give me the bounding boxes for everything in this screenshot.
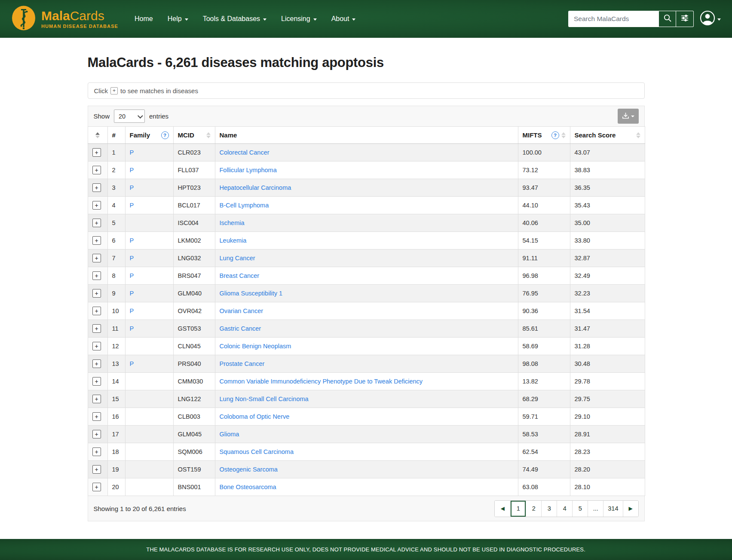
- family-link[interactable]: P: [130, 237, 134, 244]
- advanced-search-button[interactable]: [676, 11, 694, 27]
- sliders-icon: [680, 14, 689, 24]
- expand-row-button[interactable]: +: [92, 395, 101, 403]
- nav-item-tools-databases[interactable]: Tools & Databases: [203, 15, 266, 23]
- search-score-cell: 28.20: [570, 461, 645, 478]
- disease-link[interactable]: Breast Cancer: [220, 272, 260, 279]
- expand-row-button[interactable]: +: [92, 483, 101, 491]
- expand-row-button[interactable]: +: [92, 307, 101, 315]
- expand-cell: +: [88, 408, 107, 426]
- pagination-page-4[interactable]: 4: [557, 501, 572, 517]
- column-header-mifts[interactable]: MIFTS ?: [518, 127, 570, 144]
- expand-row-button[interactable]: +: [92, 324, 101, 333]
- expand-cell: +: [88, 250, 107, 267]
- family-link[interactable]: P: [130, 149, 134, 156]
- nav-item-home[interactable]: Home: [135, 15, 153, 23]
- family-link[interactable]: P: [130, 272, 134, 279]
- pagination-page-1[interactable]: 1: [510, 501, 526, 517]
- pagination-page-314[interactable]: 314: [603, 501, 622, 517]
- expand-row-button[interactable]: +: [92, 447, 101, 456]
- expand-row-button[interactable]: +: [92, 359, 101, 368]
- expand-row-button[interactable]: +: [92, 289, 101, 298]
- search-button[interactable]: [658, 11, 676, 27]
- family-help-icon[interactable]: ?: [161, 131, 169, 139]
- expand-row-button[interactable]: +: [92, 430, 101, 438]
- expand-row-button[interactable]: +: [92, 236, 101, 245]
- name-cell: Bone Osteosarcoma: [215, 478, 518, 496]
- family-link[interactable]: P: [130, 290, 134, 297]
- disease-link[interactable]: Follicular Lymphoma: [220, 167, 277, 173]
- pagination-page-5[interactable]: 5: [572, 501, 588, 517]
- expand-row-button[interactable]: +: [92, 201, 101, 210]
- expand-row-button[interactable]: +: [92, 219, 101, 227]
- account-menu[interactable]: [700, 10, 721, 27]
- column-header-family[interactable]: Family ?: [125, 127, 173, 144]
- family-link[interactable]: P: [130, 167, 134, 173]
- search-score-cell: 29.75: [570, 390, 645, 408]
- disease-link[interactable]: Ischemia: [220, 219, 245, 226]
- page-length-select[interactable]: 20: [114, 110, 145, 123]
- mifts-cell: 13.82: [518, 373, 570, 390]
- expand-row-button[interactable]: +: [92, 166, 101, 174]
- family-link[interactable]: P: [130, 307, 134, 314]
- malacards-logo[interactable]: MalaCards HUMAN DISEASE DATABASE: [11, 5, 118, 33]
- hint-text-before: Click: [94, 87, 108, 94]
- expand-row-button[interactable]: +: [92, 271, 101, 280]
- export-button[interactable]: [618, 109, 639, 124]
- family-link[interactable]: P: [130, 255, 134, 262]
- disease-link[interactable]: B-Cell Lymphoma: [220, 202, 269, 209]
- row-number-cell: 5: [107, 214, 125, 232]
- disease-link[interactable]: Glioma Susceptibility 1: [220, 290, 283, 297]
- family-link[interactable]: P: [130, 202, 134, 209]
- expand-row-button[interactable]: +: [92, 465, 101, 474]
- search-input[interactable]: [568, 11, 658, 27]
- disease-link[interactable]: Lung Cancer: [220, 255, 255, 262]
- disease-link[interactable]: Squamous Cell Carcinoma: [220, 448, 294, 455]
- column-header-search-score[interactable]: Search Score: [570, 127, 645, 144]
- mcid-cell: GLM045: [173, 426, 215, 443]
- disease-link[interactable]: Common Variable Immunodeficiency Phenoty…: [220, 378, 423, 385]
- family-link[interactable]: P: [130, 184, 134, 191]
- family-link[interactable]: P: [130, 325, 134, 332]
- family-link[interactable]: P: [130, 360, 134, 367]
- search-score-cell: 32.87: [570, 250, 645, 267]
- mcid-cell: FLL037: [173, 161, 215, 179]
- diseases-table: # Family ? MCID Name MIFTS ? Search S: [88, 126, 645, 496]
- column-header-mcid[interactable]: MCID: [173, 127, 215, 144]
- expand-row-button[interactable]: +: [92, 148, 101, 157]
- disease-link[interactable]: Lung Non-Small Cell Carcinoma: [220, 396, 309, 402]
- disease-link[interactable]: Colorectal Cancer: [220, 149, 270, 156]
- user-avatar-icon: [700, 10, 715, 27]
- disease-link[interactable]: Bone Osteosarcoma: [220, 484, 276, 490]
- expand-row-button[interactable]: +: [92, 412, 101, 421]
- nav-item-about[interactable]: About: [331, 15, 356, 23]
- column-header-expand[interactable]: [88, 127, 107, 144]
- disease-link[interactable]: Coloboma of Optic Nerve: [220, 413, 290, 420]
- sort-icon: [561, 132, 566, 138]
- disease-link[interactable]: Glioma: [220, 431, 239, 438]
- disease-link[interactable]: Prostate Cancer: [220, 360, 265, 367]
- mifts-help-icon[interactable]: ?: [551, 131, 559, 139]
- pagination-page-3[interactable]: 3: [541, 501, 557, 517]
- expand-row-button[interactable]: +: [92, 254, 101, 262]
- mifts-cell: 100.00: [518, 144, 570, 161]
- mifts-cell: 44.10: [518, 197, 570, 214]
- pagination-previous-button[interactable]: ◀: [495, 501, 510, 517]
- mcid-cell: GST053: [173, 320, 215, 338]
- disease-link[interactable]: Ovarian Cancer: [220, 307, 263, 314]
- expand-cell: +: [88, 443, 107, 461]
- pagination-page-2[interactable]: 2: [526, 501, 541, 517]
- disease-link[interactable]: Leukemia: [220, 237, 247, 244]
- column-header-name[interactable]: Name: [215, 127, 518, 144]
- disease-link[interactable]: Gastric Cancer: [220, 325, 261, 332]
- disease-link[interactable]: Osteogenic Sarcoma: [220, 466, 278, 473]
- nav-item-licensing[interactable]: Licensing: [281, 15, 317, 23]
- disease-link[interactable]: Colonic Benign Neoplasm: [220, 343, 291, 350]
- column-header-number[interactable]: #: [107, 127, 125, 144]
- pagination-next-button[interactable]: ▶: [623, 501, 638, 517]
- nav-item-help[interactable]: Help: [168, 15, 188, 23]
- name-cell: Colorectal Cancer: [215, 144, 518, 161]
- expand-row-button[interactable]: +: [92, 342, 101, 350]
- disease-link[interactable]: Hepatocellular Carcinoma: [220, 184, 291, 191]
- expand-row-button[interactable]: +: [92, 183, 101, 192]
- expand-row-button[interactable]: +: [92, 377, 101, 386]
